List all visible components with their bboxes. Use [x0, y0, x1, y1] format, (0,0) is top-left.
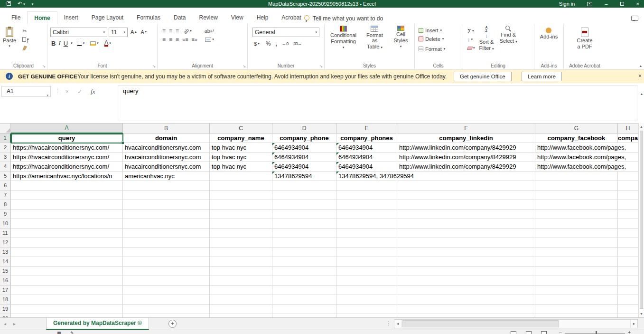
cell-B17[interactable] [123, 286, 210, 295]
vertical-scrollbar[interactable]: ▲ ▼ [638, 123, 644, 317]
cell-F12[interactable] [397, 238, 535, 248]
row-header-20[interactable]: 20 [0, 314, 11, 317]
cell-F2[interactable]: http://www.linkedin.com/company/8429929 [397, 143, 535, 153]
cell-F4[interactable]: http://www.linkedin.com/company/8429929 [397, 162, 535, 172]
addins-button[interactable]: Add-ins [537, 27, 560, 40]
select-all-corner[interactable] [0, 124, 11, 134]
normal-view-icon[interactable] [511, 331, 516, 334]
horizontal-scrollbar[interactable]: ◂ ▸ [394, 319, 638, 328]
scroll-right-icon[interactable]: ▸ [630, 320, 637, 328]
cell-A10[interactable] [11, 219, 123, 229]
cell-G2[interactable]: http://www.facebook.com/pages, [535, 143, 618, 153]
tab-acrobat[interactable]: Acrobat [275, 11, 308, 24]
cell-G5[interactable] [535, 172, 618, 181]
cell-D7[interactable] [272, 191, 336, 200]
increase-indent-button[interactable]: ≡» [192, 37, 198, 42]
cell-D15[interactable] [272, 267, 336, 276]
ribbon-display-options-icon[interactable] [587, 2, 592, 6]
tell-me-box[interactable]: Tell me what you want to do [304, 15, 383, 22]
cell-F11[interactable] [397, 229, 535, 238]
row-header-16[interactable]: 16 [0, 276, 11, 286]
cell-C11[interactable] [210, 229, 272, 238]
cell-D17[interactable] [272, 286, 336, 295]
close-button[interactable]: × [636, 0, 639, 8]
cell-D13[interactable] [272, 248, 336, 257]
cell-D5[interactable]: 13478629594 [272, 172, 336, 181]
row-header-1[interactable]: 1 [0, 134, 11, 143]
tab-review[interactable]: Review [192, 11, 224, 24]
cell-C8[interactable] [210, 200, 272, 210]
merge-center-button[interactable]: ▾ [204, 35, 215, 44]
cell-G12[interactable] [535, 238, 618, 248]
cell-F1[interactable]: company_linkedin [397, 134, 535, 143]
cell-F19[interactable] [397, 305, 535, 314]
cell-G3[interactable]: http://www.facebook.com/pages, [535, 153, 618, 162]
cell-D11[interactable] [272, 229, 336, 238]
number-format-combo[interactable]: General▾ [252, 28, 319, 37]
format-as-table-button[interactable]: Format as Table ▾ [361, 25, 388, 51]
tab-insert[interactable]: Insert [57, 11, 85, 24]
cell-H5[interactable] [618, 172, 638, 181]
align-bottom-button[interactable]: ≡ [176, 28, 179, 34]
row-header-10[interactable]: 10 [0, 219, 11, 229]
cell-B6[interactable] [123, 181, 210, 191]
cell-E7[interactable] [336, 191, 397, 200]
cell-C18[interactable] [210, 295, 272, 305]
cell-C5[interactable] [210, 172, 272, 181]
cell-A13[interactable] [11, 248, 123, 257]
cell-A15[interactable] [11, 267, 123, 276]
cell-A6[interactable] [11, 181, 123, 191]
cell-H13[interactable] [618, 248, 638, 257]
cell-H20[interactable] [618, 314, 638, 317]
cell-E16[interactable] [336, 276, 397, 286]
cell-B19[interactable] [123, 305, 210, 314]
bold-button[interactable]: B [51, 40, 56, 47]
zoom-in-icon[interactable]: + [628, 330, 631, 334]
minimize-button[interactable]: – [605, 0, 607, 8]
cell-A8[interactable] [11, 200, 123, 210]
column-header-B[interactable]: B [123, 124, 210, 134]
row-header-13[interactable]: 13 [0, 248, 11, 257]
alignment-dialog-launcher[interactable]: ↘ [243, 64, 246, 68]
cell-C3[interactable]: top hvac nyc [210, 153, 272, 162]
cell-B16[interactable] [123, 276, 210, 286]
cell-A19[interactable] [11, 305, 123, 314]
zoom-out-icon[interactable]: – [559, 330, 562, 334]
cell-H17[interactable] [618, 286, 638, 295]
new-sheet-button[interactable]: + [168, 320, 177, 328]
row-header-9[interactable]: 9 [0, 210, 11, 219]
tab-formulas[interactable]: Formulas [130, 11, 167, 24]
zoom-slider-thumb[interactable] [596, 331, 597, 334]
align-top-button[interactable]: ≡ [162, 28, 166, 34]
create-pdf-button[interactable]: Create a PDF [574, 27, 595, 50]
cell-G16[interactable] [535, 276, 618, 286]
cell-D8[interactable] [272, 200, 336, 210]
cell-C9[interactable] [210, 210, 272, 219]
cell-F3[interactable]: http://www.linkedin.com/company/8429929 [397, 153, 535, 162]
clear-button[interactable]: ▾ [466, 44, 476, 52]
cell-C12[interactable] [210, 238, 272, 248]
cell-D6[interactable] [272, 181, 336, 191]
sheet-tab[interactable]: Generated by MapDataScraper © [46, 318, 149, 330]
row-header-18[interactable]: 18 [0, 295, 11, 305]
cell-B13[interactable] [123, 248, 210, 257]
cell-A18[interactable] [11, 295, 123, 305]
cell-E11[interactable] [336, 229, 397, 238]
cell-H15[interactable] [618, 267, 638, 276]
row-header-12[interactable]: 12 [0, 238, 11, 248]
increase-decimal-button[interactable]: ←.0 [282, 41, 289, 46]
cell-D10[interactable] [272, 219, 336, 229]
cell-F18[interactable] [397, 295, 535, 305]
row-header-4[interactable]: 4 [0, 162, 11, 172]
autosum-button[interactable]: Σ▾ [466, 27, 476, 35]
cell-G4[interactable]: http://www.facebook.com/pages, [535, 162, 618, 172]
row-header-11[interactable]: 11 [0, 229, 11, 238]
row-header-19[interactable]: 19 [0, 305, 11, 314]
cell-C4[interactable]: top hvac nyc [210, 162, 272, 172]
vertical-scrollbar-thumb[interactable] [640, 131, 643, 309]
close-warning-icon[interactable]: × [638, 73, 642, 79]
cell-B8[interactable] [123, 200, 210, 210]
page-layout-view-icon[interactable] [526, 331, 532, 334]
next-sheet-icon[interactable]: ▸ [13, 318, 16, 330]
zoom-slider[interactable] [565, 333, 625, 334]
